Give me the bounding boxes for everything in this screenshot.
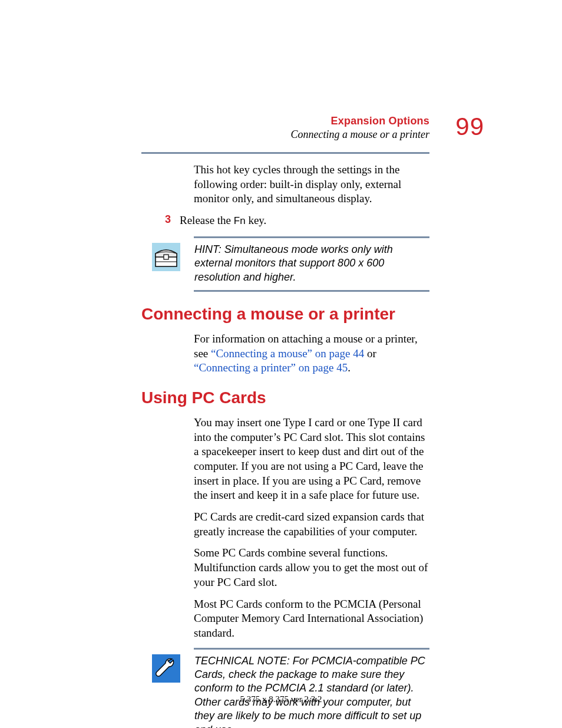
hint-text: HINT: Simultaneous mode works only with … bbox=[194, 243, 429, 284]
numbered-step: 3 Release the Fn key. bbox=[141, 213, 429, 228]
wrench-icon bbox=[152, 654, 186, 728]
step-post: key. bbox=[246, 214, 267, 226]
footer-text: 5.375 x 8.375 ver 2.3.2 bbox=[0, 694, 562, 704]
s2-paragraph-4: Most PC Cards conform to the PCMCIA (Per… bbox=[194, 597, 429, 641]
s1-mid: or bbox=[364, 347, 376, 360]
page-number: 99 bbox=[455, 113, 484, 141]
treasure-chest-icon bbox=[152, 243, 186, 284]
step-pre: Release the bbox=[180, 214, 234, 226]
s2-paragraph-1: You may insert one Type I card or one Ty… bbox=[194, 416, 429, 503]
svg-rect-1 bbox=[164, 255, 168, 259]
heading-connecting-mouse-printer: Connecting a mouse or a printer bbox=[141, 305, 429, 324]
technote-text: TECHNICAL NOTE: For PCMCIA-compatible PC… bbox=[194, 654, 429, 728]
step-text: Release the Fn key. bbox=[180, 213, 266, 228]
intro-paragraph: This hot key cycles through the settings… bbox=[194, 163, 429, 206]
link-connecting-printer[interactable]: “Connecting a printer” on page 45 bbox=[194, 361, 348, 374]
hint-note: HINT: Simultaneous mode works only with … bbox=[141, 236, 429, 292]
header-rule bbox=[141, 152, 429, 154]
link-connecting-mouse[interactable]: “Connecting a mouse” on page 44 bbox=[211, 347, 364, 360]
technical-note: TECHNICAL NOTE: For PCMCIA-compatible PC… bbox=[141, 648, 429, 728]
keycap-fn: Fn bbox=[234, 215, 246, 226]
chapter-title: Expansion Options bbox=[141, 115, 429, 127]
s2-paragraph-2: PC Cards are credit-card sized expansion… bbox=[194, 510, 429, 539]
s1-paragraph: For information on attaching a mouse or … bbox=[194, 332, 429, 375]
s2-paragraph-3: Some PC Cards combine several functions.… bbox=[194, 546, 429, 589]
page-header: Expansion Options Connecting a mouse or … bbox=[141, 115, 429, 141]
heading-using-pc-cards: Using PC Cards bbox=[141, 388, 429, 407]
note-rule-bottom bbox=[194, 290, 429, 292]
step-number: 3 bbox=[147, 213, 180, 228]
s1-post: . bbox=[348, 361, 351, 374]
section-subtitle: Connecting a mouse or a printer bbox=[141, 129, 429, 141]
